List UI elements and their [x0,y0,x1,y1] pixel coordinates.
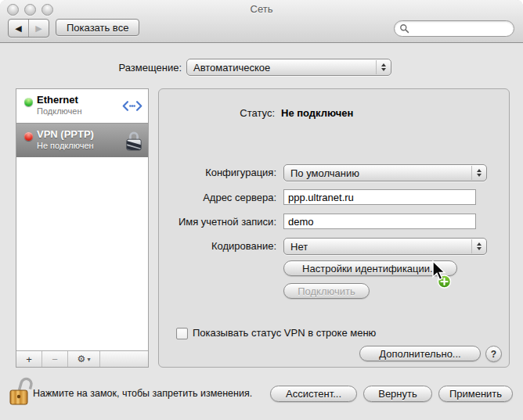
connect-row: Подключить [159,283,509,302]
service-actions-bar: + − ⚙▾ [16,350,148,367]
popup-stepper-icon [471,166,486,180]
configuration-label: Конфигурация: [159,167,276,178]
remove-service-button[interactable]: − [42,351,68,367]
gear-icon: ⚙ [78,354,86,364]
search-field [394,20,514,37]
configuration-row: Конфигурация: По умолчанию [159,164,509,183]
nav-back-forward: ◀ ▶ [8,19,49,38]
forward-button[interactable]: ▶ [28,20,49,37]
actions-menu-button[interactable]: ⚙▾ [68,351,100,367]
account-name-row: Имя учетной записи: [159,214,509,232]
show-vpn-status-label: Показывать статус VPN в строке меню [193,327,376,339]
popup-stepper-icon [471,239,486,253]
configuration-value: По умолчанию [284,167,359,179]
server-address-label: Адрес сервера: [159,192,276,203]
search-input[interactable] [412,23,501,35]
apply-button[interactable]: Применить [438,386,513,402]
status-row: Статус: Не подключен [159,105,509,124]
window-title: Сеть [0,3,523,15]
help-button[interactable]: ? [485,346,502,362]
service-status: Не подключен [37,141,94,150]
unlock-padlock-icon[interactable] [8,375,34,411]
account-name-field[interactable] [283,214,476,229]
ethernet-icon [122,89,142,123]
server-address-field[interactable] [283,189,476,205]
popup-stepper-icon [376,60,391,74]
status-value: Не подключен [281,107,353,119]
encoding-value: Нет [284,241,308,253]
network-preferences-window: Сеть ◀ ▶ Показать все Размещение: Автома… [0,0,523,420]
auth-settings-button[interactable]: Настройки идентификации... [283,260,457,276]
auth-settings-row: Настройки идентификации... [159,260,509,279]
encoding-row: Кодирование: Нет [159,238,509,257]
services-list: Ethernet Подключен VPN (PPTP) Не подключ… [16,88,149,368]
show-all-button[interactable]: Показать все [56,19,139,36]
lock-message: Нажмите на замок, чтобы запретить измене… [33,388,252,399]
search-icon [399,23,409,34]
connect-button[interactable]: Подключить [283,283,370,299]
service-name: Ethernet [37,94,78,106]
encoding-popup[interactable]: Нет [283,238,487,255]
title-bar: Сеть ◀ ▶ Показать все [0,0,523,43]
server-address-row: Адрес сервера: [159,189,509,208]
service-row-ethernet[interactable]: Ethernet Подключен [16,89,148,123]
advanced-row: Дополнительно... ? [159,346,509,364]
add-service-button[interactable]: + [16,351,42,367]
configuration-popup[interactable]: По умолчанию [283,164,487,181]
assistant-button[interactable]: Ассистент... [270,386,357,402]
menu-status-row: Показывать статус VPN в строке меню [159,327,509,346]
revert-button[interactable]: Вернуть [363,386,432,402]
location-popup[interactable]: Автоматическое [186,59,391,76]
advanced-button[interactable]: Дополнительно... [359,346,481,361]
show-vpn-status-checkbox[interactable] [176,328,188,339]
vpn-lock-icon [125,124,142,157]
status-label: Статус: [159,107,275,119]
location-value: Автоматическое [187,62,270,74]
service-name: VPN (PPTP) [37,128,94,140]
back-button[interactable]: ◀ [9,20,28,37]
location-label: Размещение: [0,62,182,74]
disconnected-status-dot [24,132,33,141]
account-name-label: Имя учетной записи: [159,216,276,228]
service-status: Подключен [37,106,82,116]
service-row-vpn-pptp[interactable]: VPN (PPTP) Не подключен [16,123,148,157]
connected-status-dot [24,98,33,106]
vpn-settings-panel: Статус: Не подключен Конфигурация: По ум… [158,88,510,368]
chevron-down-icon: ▾ [87,356,90,363]
encoding-label: Кодирование: [159,240,276,252]
